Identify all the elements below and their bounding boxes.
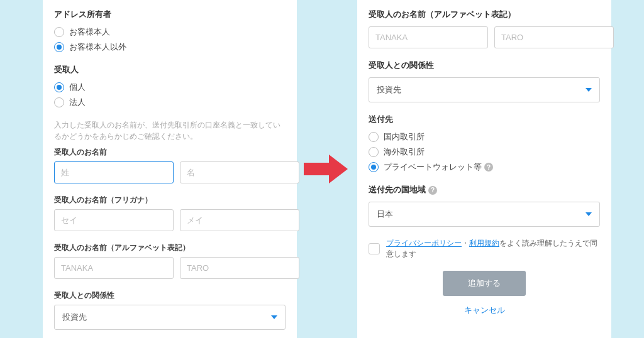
- relation-select-r[interactable]: 投資先: [369, 77, 600, 102]
- region-value: 日本: [377, 209, 393, 220]
- recipient-alpha-title: 受取人のお名前（アルファベット表記）: [54, 243, 286, 253]
- relation-value-r: 投資先: [377, 84, 401, 95]
- region-title: 送付先の国地域?: [369, 184, 600, 195]
- recipient-kana-lastname-input[interactable]: [54, 209, 174, 231]
- recipient-alpha-firstname-input-r[interactable]: [494, 26, 614, 48]
- recipient-alpha-row: [54, 257, 286, 279]
- destination-title: 送付先: [369, 114, 600, 125]
- address-owner-option-other[interactable]: お客様本人以外: [54, 41, 286, 53]
- radio-icon: [369, 132, 379, 142]
- relation-title-r: 受取人との関係性: [369, 60, 600, 71]
- agree-row[interactable]: プライバシーポリシー・利用規約をよく読み理解したうえで同意します: [369, 238, 600, 259]
- recipient-kana-firstname-input[interactable]: [180, 209, 299, 231]
- privacy-policy-link[interactable]: プライバシーポリシー: [386, 239, 462, 248]
- recipient-lastname-input[interactable]: [54, 161, 174, 183]
- chevron-down-icon: [271, 315, 277, 319]
- left-panel: アドレス所有者 お客様本人 お客様本人以外 受取人 個人 法人 入力した受取人の…: [43, 0, 297, 338]
- recipient-name-title: 受取人のお名前: [54, 147, 286, 158]
- agree-checkbox[interactable]: [369, 243, 380, 254]
- region-select[interactable]: 日本: [369, 202, 600, 227]
- destination-section: 国内取引所 海外取引所 プライベートウォレット等 ?: [369, 131, 600, 173]
- radio-label: 国内取引所: [384, 131, 425, 143]
- radio-label: 海外取引所: [384, 146, 425, 158]
- recipient-alpha-title-r: 受取人のお名前（アルファベット表記）: [369, 9, 600, 20]
- recipient-alpha-lastname-input-r[interactable]: [369, 26, 488, 48]
- recipient-alpha-row-r: [369, 26, 600, 48]
- recipient-type-title: 受取人: [54, 64, 286, 75]
- destination-overseas[interactable]: 海外取引所: [369, 146, 600, 158]
- radio-icon: [369, 162, 379, 172]
- recipient-type-section: 受取人 個人 法人: [54, 64, 286, 108]
- info-icon[interactable]: ?: [484, 163, 493, 172]
- destination-private-wallet[interactable]: プライベートウォレット等 ?: [369, 161, 600, 173]
- recipient-alpha-firstname-input[interactable]: [180, 257, 299, 279]
- relation-value: 投資先: [62, 312, 87, 323]
- radio-label: 法人: [69, 97, 86, 108]
- recipient-type-corporate[interactable]: 法人: [54, 97, 286, 108]
- recipient-type-individual[interactable]: 個人: [54, 82, 286, 93]
- recipient-name-row: [54, 161, 286, 183]
- svg-marker-0: [304, 155, 348, 183]
- radio-icon: [54, 97, 64, 107]
- recipient-alpha-lastname-input[interactable]: [54, 257, 174, 279]
- address-owner-option-self[interactable]: お客様本人: [54, 26, 286, 38]
- cancel-button[interactable]: キャンセル: [369, 305, 600, 316]
- recipient-kana-row: [54, 209, 286, 231]
- right-panel: 受取人のお名前（アルファベット表記） 受取人との関係性 投資先 送付先 国内取引…: [357, 0, 611, 338]
- radio-label: プライベートウォレット等: [384, 161, 482, 173]
- terms-link[interactable]: 利用規約: [469, 239, 499, 248]
- agree-text: プライバシーポリシー・利用規約をよく読み理解したうえで同意します: [386, 238, 600, 259]
- chevron-down-icon: [586, 212, 592, 216]
- add-button[interactable]: 追加する: [443, 271, 526, 296]
- radio-label: 個人: [69, 82, 86, 93]
- info-icon[interactable]: ?: [428, 186, 437, 195]
- arrow-icon: [304, 153, 348, 185]
- destination-domestic[interactable]: 国内取引所: [369, 131, 600, 143]
- radio-icon: [54, 42, 64, 52]
- relation-select[interactable]: 投資先: [54, 305, 286, 330]
- recipient-firstname-input[interactable]: [180, 161, 299, 183]
- address-owner-section: アドレス所有者 お客様本人 お客様本人以外: [54, 9, 286, 53]
- radio-icon: [54, 82, 64, 92]
- radio-icon: [54, 27, 64, 37]
- chevron-down-icon: [586, 88, 592, 92]
- radio-label: お客様本人以外: [69, 41, 126, 53]
- recipient-kana-title: 受取人のお名前（フリガナ）: [54, 195, 286, 205]
- radio-icon: [369, 147, 379, 157]
- radio-label: お客様本人: [69, 26, 110, 38]
- relation-title: 受取人との関係性: [54, 290, 286, 301]
- address-owner-title: アドレス所有者: [54, 9, 286, 20]
- name-helper-text: 入力した受取人のお名前が、送付先取引所の口座名義と一致しているかどうかをあらかじ…: [54, 119, 286, 142]
